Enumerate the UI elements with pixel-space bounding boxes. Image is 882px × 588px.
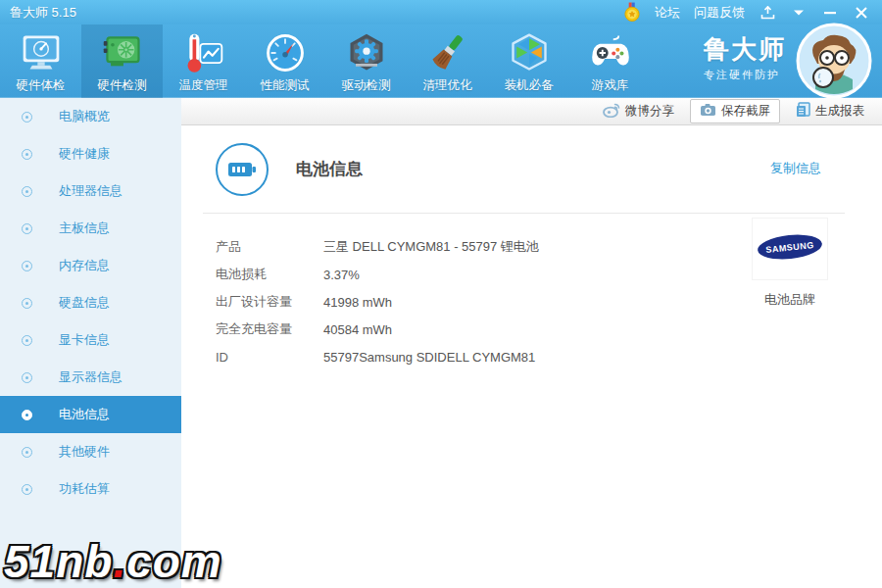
tab-hardware-checkup[interactable]: 硬件体检: [0, 24, 81, 98]
tab-essentials[interactable]: 装机必备: [488, 24, 569, 98]
sidebar-item-label: 其他硬件: [59, 443, 110, 461]
sidebar-item-battery-info[interactable]: 电池信息: [0, 396, 181, 433]
logo-text: 鲁大师: [704, 32, 786, 67]
tab-benchmark[interactable]: 性能测试: [244, 24, 325, 98]
sidebar-item-computer-overview[interactable]: 电脑概览: [0, 98, 181, 135]
row-label: ID: [216, 350, 323, 365]
watermark-51nb: 51nb.com: [4, 535, 222, 588]
row-label: 产品: [216, 238, 323, 256]
tab-temperature[interactable]: 温度管理: [163, 24, 244, 98]
radio-bullet-icon: [22, 298, 32, 309]
sidebar-item-other-hardware[interactable]: 其他硬件: [0, 433, 181, 470]
minimize-button[interactable]: [821, 5, 839, 21]
benchmark-icon: [263, 30, 308, 75]
tab-label: 装机必备: [505, 77, 554, 94]
sidebar-item-hardware-health[interactable]: 硬件健康: [0, 135, 181, 172]
tab-label: 清理优化: [423, 77, 472, 94]
tab-label: 性能测试: [261, 77, 310, 94]
row-label: 电池损耗: [216, 266, 323, 283]
close-button[interactable]: [853, 5, 870, 21]
radio-bullet-icon: [22, 447, 32, 458]
app-title: 鲁大师 5.15: [10, 4, 76, 22]
tab-hardware-detect[interactable]: 硬件检测: [81, 24, 163, 98]
sidebar-item-power-estimate[interactable]: 功耗估算: [0, 470, 181, 508]
weibo-icon: [603, 102, 620, 121]
sidebar-item-cpu-info[interactable]: 处理器信息: [0, 172, 181, 210]
tab-cleanup[interactable]: 清理优化: [407, 24, 488, 98]
main-toolbar: 硬件体检: [0, 24, 882, 98]
row-value: 55797Samsung SDIDELL CYMGM81: [323, 350, 535, 365]
sidebar-item-gpu-info[interactable]: 显卡信息: [0, 321, 181, 359]
mascot-avatar: [796, 23, 872, 99]
weibo-share-label: 微博分享: [625, 103, 674, 120]
radio-bullet-icon: [22, 149, 32, 160]
tab-label: 游戏库: [592, 77, 629, 94]
hardware-checkup-icon: [19, 30, 64, 75]
generate-report-label: 生成报表: [815, 103, 864, 120]
forum-link[interactable]: 论坛: [655, 4, 680, 22]
feedback-link[interactable]: 问题反馈: [694, 4, 745, 22]
sidebar-item-label: 显卡信息: [59, 331, 110, 349]
radio-bullet-icon: [22, 112, 32, 122]
radio-bullet-icon: [22, 372, 32, 383]
copy-info-link[interactable]: 复制信息: [770, 160, 821, 177]
content-header: 电池信息 复制信息: [181, 126, 882, 213]
page-title: 电池信息: [296, 143, 363, 196]
driver-icon: [344, 30, 389, 75]
battery-icon: [216, 143, 269, 196]
sidebar-item-label: 硬件健康: [59, 145, 110, 163]
weibo-share-button[interactable]: 微博分享: [603, 102, 674, 121]
radio-bullet-icon: [22, 223, 32, 234]
games-icon: [588, 30, 633, 75]
essentials-icon: [507, 30, 552, 75]
radio-bullet-icon: [22, 410, 32, 420]
sidebar-item-label: 显示器信息: [59, 368, 122, 386]
radio-bullet-icon: [22, 186, 32, 197]
medal-icon: [623, 5, 641, 21]
watermark-dot: .: [113, 536, 126, 587]
row-label: 完全充电容量: [216, 320, 323, 338]
chevron-down-icon[interactable]: [790, 5, 808, 21]
sidebar-item-label: 电脑概览: [59, 108, 110, 125]
logo-slogan: 专注硬件防护: [704, 68, 780, 82]
brand-logo-area: 鲁大师 专注硬件防护: [674, 24, 882, 98]
tab-games[interactable]: 游戏库: [569, 24, 651, 98]
sidebar-item-label: 内存信息: [59, 257, 110, 274]
header-divider: [203, 213, 845, 214]
content-panel: 电池信息 复制信息 产品 三星 DELL CYMGM81 - 55797 锂电池…: [181, 126, 882, 588]
row-value: 41998 mWh: [323, 295, 392, 310]
sidebar-item-label: 处理器信息: [59, 182, 122, 200]
radio-bullet-icon: [22, 335, 32, 346]
temperature-icon: [181, 30, 226, 75]
app-window: 鲁大师 5.15 论坛 问题反馈: [0, 0, 882, 588]
sidebar-item-motherboard-info[interactable]: 主板信息: [0, 210, 181, 247]
sidebar-item-label: 硬盘信息: [59, 294, 110, 312]
tab-label: 硬件体检: [17, 77, 66, 94]
battery-brand-box: SAMSUNG 电池品牌: [753, 219, 827, 309]
sidebar-item-label: 功耗估算: [59, 480, 110, 498]
sidebar-item-monitor-info[interactable]: 显示器信息: [0, 359, 181, 396]
save-screenshot-button[interactable]: 保存截屏: [690, 99, 780, 123]
camera-icon: [700, 103, 716, 120]
tab-label: 温度管理: [179, 77, 228, 94]
share-icon[interactable]: [759, 5, 776, 21]
report-icon: [796, 102, 810, 121]
sidebar-item-label: 主板信息: [59, 220, 110, 237]
table-row: ID 55797Samsung SDIDELL CYMGM81: [216, 343, 882, 370]
battery-brand-label: 电池品牌: [753, 291, 827, 309]
tab-label: 硬件检测: [98, 77, 147, 94]
sidebar-item-disk-info[interactable]: 硬盘信息: [0, 284, 181, 321]
row-value: 三星 DELL CYMGM81 - 55797 锂电池: [323, 238, 539, 256]
tab-label: 驱动检测: [342, 77, 391, 94]
titlebar: 鲁大师 5.15 论坛 问题反馈: [0, 0, 882, 24]
save-screenshot-label: 保存截屏: [721, 103, 770, 120]
sidebar: 电脑概览 硬件健康 处理器信息 主板信息 内存信息 硬盘信息 显卡信息 显示器: [0, 98, 181, 588]
action-bar: 微博分享 保存截屏 生成报表: [181, 98, 882, 125]
row-label: 出厂设计容量: [216, 293, 323, 311]
radio-bullet-icon: [22, 261, 32, 271]
samsung-logo: SAMSUNG: [753, 219, 827, 279]
tab-driver[interactable]: 驱动检测: [325, 24, 407, 98]
generate-report-button[interactable]: 生成报表: [796, 102, 864, 121]
radio-bullet-icon: [22, 484, 32, 495]
sidebar-item-memory-info[interactable]: 内存信息: [0, 247, 181, 284]
